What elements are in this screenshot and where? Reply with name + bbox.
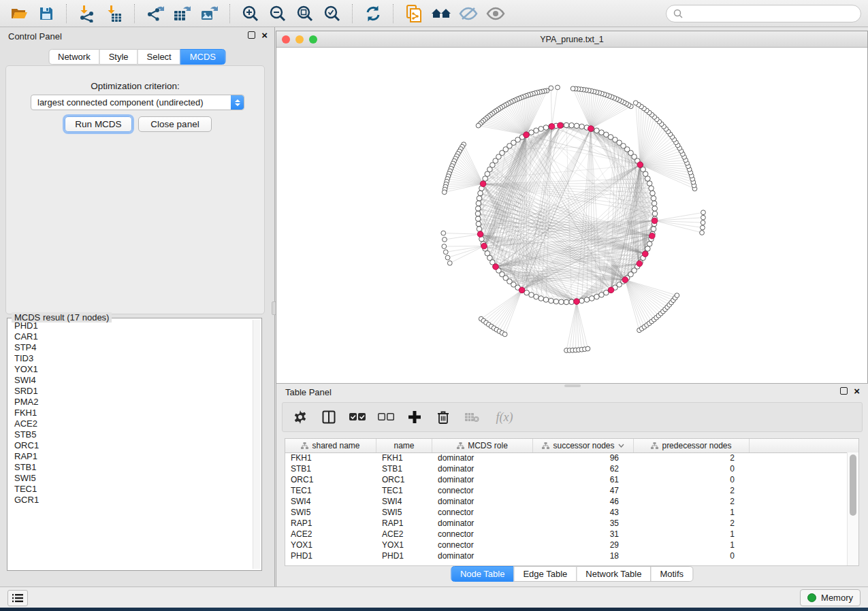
network-node[interactable]	[652, 211, 658, 216]
table-cell[interactable]: 96	[533, 453, 634, 463]
mcds-result-item[interactable]: GCR1	[9, 495, 253, 506]
table-cell[interactable]: ACE2	[285, 529, 376, 539]
network-node[interactable]	[701, 220, 705, 225]
float-panel-icon[interactable]	[840, 387, 848, 395]
network-node[interactable]	[701, 210, 706, 215]
zoom-in-button[interactable]	[238, 3, 263, 24]
first-neighbors-button[interactable]	[429, 3, 453, 24]
table-cell[interactable]: 2	[634, 453, 750, 463]
mcds-result-list[interactable]: PHD1CAR1STP4TID3YOX1SWI4SRD1PMA2FKH1ACE2…	[9, 320, 253, 569]
table-row[interactable]: ORC1ORC1dominator610	[285, 474, 848, 485]
table-row[interactable]: PHD1PHD1dominator180	[285, 550, 848, 561]
network-node[interactable]	[475, 211, 481, 216]
hide-selected-button[interactable]	[456, 3, 481, 24]
mcds-node[interactable]	[549, 123, 555, 129]
table-row[interactable]: RAP1RAP1dominator352	[285, 518, 848, 529]
result-list-scrollbar[interactable]	[253, 320, 260, 569]
network-node[interactable]	[477, 227, 482, 232]
network-node[interactable]	[645, 246, 651, 252]
table-cell[interactable]: 29	[533, 540, 634, 550]
network-node[interactable]	[647, 242, 652, 247]
table-cell[interactable]: YOX1	[376, 540, 432, 550]
network-node[interactable]	[502, 332, 507, 337]
mcds-node[interactable]	[480, 181, 486, 187]
network-node[interactable]	[647, 181, 652, 186]
column-header-predecessor-nodes[interactable]: predecessor nodes	[634, 439, 750, 452]
network-node[interactable]	[700, 231, 705, 235]
table-cell[interactable]: 62	[533, 464, 634, 474]
mcds-node[interactable]	[574, 299, 580, 305]
network-node[interactable]	[553, 299, 559, 304]
network-canvas[interactable]	[276, 48, 867, 383]
table-cell[interactable]: FKH1	[285, 453, 376, 463]
mcds-result-item[interactable]: PMA2	[9, 397, 253, 408]
delete-column-button[interactable]	[435, 409, 451, 425]
network-node[interactable]	[633, 101, 638, 105]
table-cell[interactable]: dominator	[432, 551, 533, 561]
mcds-result-item[interactable]: SWI4	[9, 375, 253, 386]
mcds-result-item[interactable]: SRD1	[9, 386, 253, 397]
table-settings-button[interactable]	[292, 409, 308, 425]
table-cell[interactable]: PHD1	[285, 551, 376, 561]
table-cell[interactable]: dominator	[432, 518, 533, 528]
table-cell[interactable]: FKH1	[376, 453, 432, 463]
tab-motifs[interactable]: Motifs	[650, 566, 693, 582]
tab-edge-table[interactable]: Edge Table	[513, 566, 577, 582]
horizontal-splitter-handle[interactable]	[564, 384, 581, 387]
table-cell[interactable]: STB1	[285, 464, 376, 474]
table-row[interactable]: YOX1YOX1connector291	[285, 540, 848, 550]
export-image-button[interactable]	[197, 3, 222, 24]
mcds-result-item[interactable]: TEC1	[9, 484, 253, 495]
duplicate-network-button[interactable]	[402, 3, 426, 24]
network-node[interactable]	[529, 293, 534, 298]
table-cell[interactable]: connector	[432, 540, 533, 550]
network-node[interactable]	[594, 128, 600, 133]
open-file-button[interactable]	[7, 3, 31, 24]
network-node[interactable]	[675, 293, 679, 298]
network-node[interactable]	[594, 294, 600, 299]
table-row[interactable]: TEC1TEC1connector472	[285, 485, 848, 496]
network-node[interactable]	[539, 127, 544, 132]
table-cell[interactable]: 1	[634, 508, 750, 517]
table-cell[interactable]: connector	[432, 508, 533, 517]
network-node[interactable]	[549, 298, 554, 303]
table-cell[interactable]: 31	[533, 529, 634, 539]
mcds-result-item[interactable]: SWI5	[9, 473, 253, 484]
mcds-node[interactable]	[637, 261, 643, 267]
import-table-button[interactable]	[102, 3, 127, 24]
mcds-result-item[interactable]: RAP1	[9, 451, 253, 462]
float-panel-icon[interactable]	[248, 31, 255, 39]
table-cell[interactable]: ORC1	[285, 475, 376, 484]
mcds-result-item[interactable]: ACE2	[9, 418, 253, 429]
network-node[interactable]	[475, 206, 481, 212]
network-node[interactable]	[649, 186, 654, 191]
table-cell[interactable]: 1	[634, 540, 750, 550]
export-network-button[interactable]	[143, 3, 167, 24]
memory-button[interactable]: Memory	[800, 589, 861, 606]
tab-mcds[interactable]: MCDS	[180, 49, 225, 65]
network-node[interactable]	[701, 225, 705, 230]
table-cell[interactable]: TEC1	[376, 486, 432, 495]
table-row[interactable]: ACE2ACE2connector311	[285, 529, 848, 540]
panel-menu-button[interactable]	[7, 590, 28, 606]
zoom-out-button[interactable]	[266, 3, 290, 24]
tab-node-table[interactable]: Node Table	[451, 566, 515, 582]
mcds-result-item[interactable]: FKH1	[9, 408, 253, 418]
mcds-result-item[interactable]: STB5	[9, 429, 253, 440]
table-cell[interactable]: 1	[634, 529, 750, 539]
mcds-result-item[interactable]: YOX1	[9, 364, 253, 375]
close-panel-icon[interactable]: ×	[261, 32, 268, 39]
table-cell[interactable]: SWI5	[285, 508, 376, 517]
network-node[interactable]	[651, 227, 656, 232]
table-cell[interactable]: SWI5	[376, 508, 432, 517]
mcds-node[interactable]	[637, 162, 643, 168]
mcds-result-item[interactable]: CAR1	[9, 331, 253, 342]
network-node[interactable]	[476, 201, 481, 206]
network-node[interactable]	[442, 244, 447, 249]
network-node[interactable]	[534, 294, 539, 299]
table-cell[interactable]: 2	[634, 497, 750, 506]
table-cell[interactable]: 47	[533, 486, 634, 495]
network-node[interactable]	[652, 206, 658, 212]
table-cell[interactable]: SWI4	[285, 497, 376, 506]
close-panel-button[interactable]: Close panel	[138, 116, 212, 132]
